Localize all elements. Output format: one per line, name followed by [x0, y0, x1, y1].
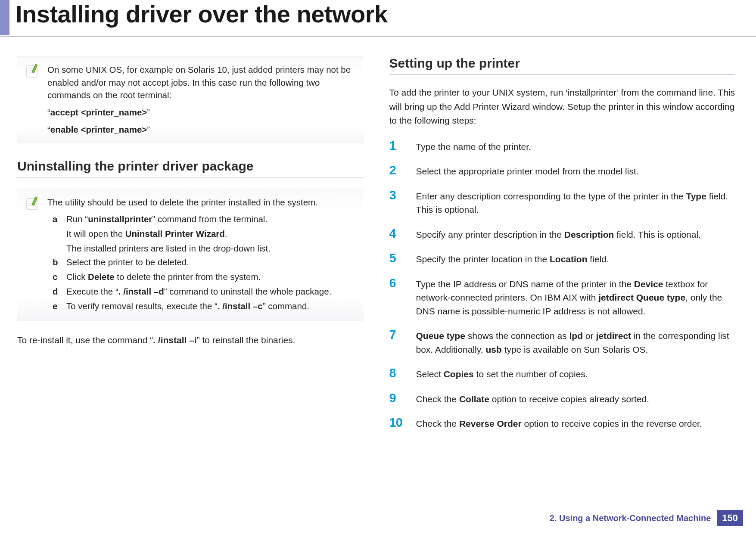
step-10-number: 10: [389, 416, 408, 429]
sub-c-bold: Delete: [88, 272, 115, 282]
sub-a-letter: a: [53, 213, 62, 255]
step-6-text: Type the IP address or DNS name of the p…: [416, 276, 736, 318]
step-5: 5 Specify the printer location in the Lo…: [389, 251, 736, 266]
section-uninstalling-heading: Uninstalling the printer driver package: [17, 159, 364, 177]
sub-a-line3: The installed printers are listed in the…: [66, 242, 271, 255]
step-9: 9 Check the Collate option to receive co…: [389, 391, 736, 406]
step-5-number: 5: [389, 251, 408, 264]
step-8-number: 8: [389, 366, 408, 379]
sub-b-text: Select the printer to be deleted.: [66, 256, 189, 269]
pencil-note-icon: [25, 63, 40, 79]
footer-chapter: 2. Using a Network-Connected Machine: [550, 513, 711, 523]
step-3-bold: Type: [686, 191, 706, 201]
sub-d-pre: Execute the “: [66, 286, 118, 296]
sub-c-body: Click Delete to delete the printer from …: [66, 270, 261, 284]
content-columns: On some UNIX OS, for example on Solaris …: [0, 39, 756, 441]
page-title: Installing driver over the network: [16, 0, 388, 28]
sub-d-body: Execute the “. /install –d” command to u…: [66, 285, 331, 298]
step-7-bold4: usb: [485, 345, 501, 354]
step-4-post: field. This is optional.: [614, 230, 701, 239]
step-5-post: field.: [588, 254, 609, 264]
title-rule: [0, 36, 756, 37]
sub-a-line2: It will open the Uninstall Printer Wizar…: [66, 227, 271, 240]
step-8: 8 Select Copies to set the number of cop…: [389, 366, 736, 381]
step-7-t4: type is available on Sun Solaris OS.: [502, 345, 648, 354]
step-4-text: Specify any printer description in the D…: [416, 227, 701, 242]
sub-d-text: Execute the “. /install –d” command to u…: [66, 285, 331, 298]
sub-a-l1-post: ” command from the terminal.: [152, 214, 268, 224]
step-6-number: 6: [389, 276, 408, 289]
setting-up-intro: To add the printer to your UNIX system, …: [389, 86, 736, 128]
document-page: Installing driver over the network On so…: [0, 0, 756, 534]
step-5-bold: Location: [550, 254, 588, 264]
step-4-bold: Description: [564, 230, 614, 239]
sub-e-pre: To verify removal results, execute the “: [66, 301, 218, 311]
step-3-pre: Enter any description corresponding to t…: [416, 191, 686, 201]
step-2: 2 Select the appropriate printer model f…: [389, 164, 736, 178]
step-9-text: Check the Collate option to receive copi…: [416, 391, 650, 406]
step-8-text: Select Copies to set the number of copie…: [416, 366, 588, 381]
step-3-number: 3: [389, 189, 408, 202]
sub-a-l2-bold: Uninstall Printer Wizard: [125, 229, 225, 239]
sub-e-text: To verify removal results, execute the “…: [66, 300, 309, 313]
note1-text: On some UNIX OS, for example on Solaris …: [47, 63, 354, 102]
step-6-pre: Type the IP address or DNS name of the p…: [416, 279, 634, 289]
pencil-note-icon: [25, 196, 40, 211]
step-4: 4 Specify any printer description in the…: [389, 227, 736, 242]
step-2-number: 2: [389, 164, 408, 177]
cmd2-quote-open: “: [47, 124, 50, 134]
sub-c: c Click Delete to delete the printer fro…: [53, 270, 354, 284]
left-column: On some UNIX OS, for example on Solaris …: [17, 56, 364, 441]
sub-c-post: to delete the printer from the system.: [115, 272, 261, 282]
title-bar: Installing driver over the network: [0, 0, 756, 39]
step-9-bold: Collate: [459, 394, 489, 404]
sub-e-bold: . /install –c: [218, 301, 263, 311]
step-1-text: Type the name of the printer.: [416, 139, 531, 154]
sub-b-letter: b: [53, 256, 62, 269]
sub-a-body: Run “uninstallprinter” command from the …: [66, 213, 271, 255]
cmd1-quote-open: “: [47, 107, 50, 117]
sub-e-letter: e: [53, 300, 62, 313]
step-7-bold2: lpd: [569, 331, 583, 341]
step-5-pre: Specify the printer location in the: [416, 254, 550, 264]
note1-cmd2: “enable <printer_name>”: [47, 123, 354, 136]
step-8-pre: Select: [416, 369, 444, 379]
step-9-number: 9: [389, 391, 408, 404]
step-1-number: 1: [389, 139, 408, 152]
reinstall-post: ” to reinstall the binaries.: [197, 335, 296, 345]
step-7: 7 Queue type shows the connection as lpd…: [389, 328, 736, 356]
step-3: 3 Enter any description corresponding to…: [389, 189, 736, 217]
sub-b: b Select the printer to be deleted.: [53, 256, 354, 269]
step-6: 6 Type the IP address or DNS name of the…: [389, 276, 736, 318]
step-6-bold1: Device: [634, 279, 663, 289]
sub-e-post: ” command.: [263, 301, 309, 311]
step-10-text: Check the Reverse Order option to receiv…: [416, 416, 702, 431]
reinstall-bold: . /install –i: [153, 335, 197, 345]
sub-d-letter: d: [53, 285, 62, 298]
cmd2-bold: enable <printer_name>: [50, 124, 147, 134]
sub-b-body: Select the printer to be deleted.: [66, 256, 189, 269]
step-7-bold1: Queue type: [416, 331, 465, 341]
sub-d: d Execute the “. /install –d” command to…: [53, 285, 354, 298]
step-3-text: Enter any description corresponding to t…: [416, 189, 736, 217]
section-setting-up-heading: Setting up the printer: [389, 56, 736, 75]
note1-cmd1: “accept <printer_name>”: [47, 106, 354, 119]
step-7-text: Queue type shows the connection as lpd o…: [416, 328, 736, 356]
step-5-text: Specify the printer location in the Loca…: [416, 251, 609, 266]
uninstall-sublist: a Run “uninstallprinter” command from th…: [47, 213, 354, 313]
sub-a-l1-pre: Run “: [66, 214, 88, 224]
step-8-bold: Copies: [444, 369, 474, 379]
note-box-unix-os: On some UNIX OS, for example on Solaris …: [17, 56, 364, 144]
step-7-t2: or: [583, 331, 596, 341]
step-1: 1 Type the name of the printer.: [389, 139, 736, 154]
step-2-text: Select the appropriate printer model fro…: [416, 164, 639, 178]
step-10: 10 Check the Reverse Order option to rec…: [389, 416, 736, 431]
page-number-badge: 150: [717, 510, 743, 526]
sub-a-line1: Run “uninstallprinter” command from the …: [66, 213, 271, 226]
sub-a: a Run “uninstallprinter” command from th…: [53, 213, 354, 255]
title-accent: [0, 0, 9, 35]
sub-c-letter: c: [53, 270, 62, 284]
sub-c-text: Click Delete to delete the printer from …: [66, 270, 261, 283]
sub-a-l1-bold: uninstallprinter: [88, 214, 152, 224]
step-9-pre: Check the: [416, 394, 459, 404]
